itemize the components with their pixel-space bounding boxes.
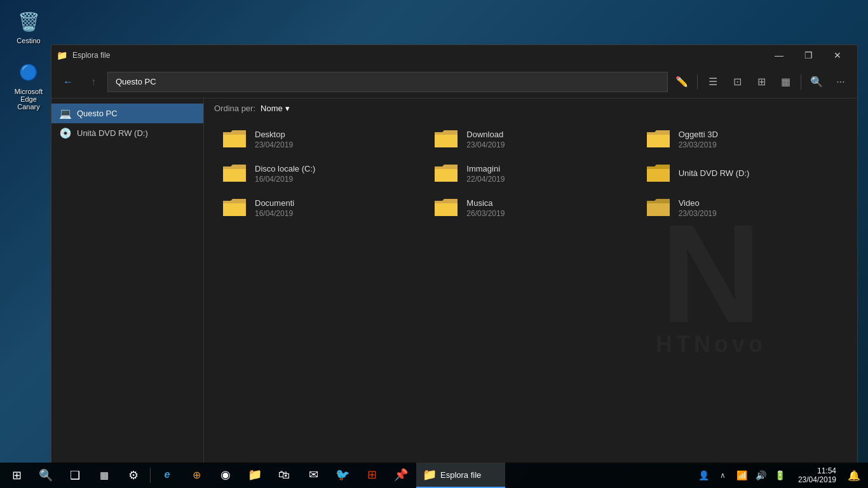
file-grid: Desktop 23/04/2019 Dow (204, 118, 857, 229)
folder-icon-video (646, 197, 671, 219)
file-info-video: Video 23/03/2019 (679, 198, 839, 218)
close-button[interactable]: ✕ (823, 45, 852, 65)
taskbar: ⊞ 🔍 ❑ ▦ ⚙ e ⊕ ◉ 📁 🛍 ✉ 🐦 ⊞ 📌 📁 Esplora fi… (0, 463, 868, 488)
tray-icon-user[interactable]: 👤 (695, 466, 713, 484)
address-text: Questo PC (116, 77, 156, 86)
taskbar-app-office[interactable]: ⊞ (358, 463, 386, 488)
sidebar: 💻 Questo PC 💿 Unità DVD RW (D:) (51, 98, 204, 463)
file-item-oggetti3d[interactable]: Oggetti 3D 23/03/2019 (638, 123, 847, 155)
tray-icon-volume[interactable]: 🔊 (752, 466, 770, 484)
folder-icon-dvd (646, 163, 671, 184)
main-content: 💻 Questo PC 💿 Unità DVD RW (D:) N HTNovo… (51, 98, 857, 463)
taskbar-app-sticky[interactable]: 📌 (387, 463, 415, 488)
taskbar-app-twitter[interactable]: 🐦 (329, 463, 356, 488)
settings-button[interactable]: ⚙ (119, 463, 147, 488)
folder-icon-desktop (222, 128, 247, 150)
address-bar[interactable]: Questo PC (107, 72, 668, 92)
file-info-disco: Disco locale (C:) 16/04/2019 (255, 164, 416, 184)
folder-icon-immagini (433, 163, 459, 184)
toolbar-actions: ✏️ ☰ ⊡ ⊞ ▦ 🔍 ··· (670, 71, 852, 93)
cestino-label: Cestino (17, 37, 40, 44)
file-info-download: Download 23/04/2019 (466, 130, 627, 149)
file-name-oggetti3d: Oggetti 3D (679, 130, 839, 139)
notification-button[interactable]: 🔔 (843, 464, 865, 487)
taskbar-clock[interactable]: 11:54 23/04/2019 (793, 466, 841, 484)
taskbar-app-explorer-pinned[interactable]: 📁 (241, 463, 269, 488)
desktop: 🗑️ Cestino 🔵 Microsoft Edge Canary 📁 Esp… (0, 0, 868, 488)
sidebar-item-dvd-drive[interactable]: 💿 Unità DVD RW (D:) (51, 123, 203, 143)
folder-icon-documenti (222, 197, 247, 219)
back-button[interactable]: ← (57, 71, 79, 93)
taskbar-app-store[interactable]: 🛍 (270, 463, 298, 488)
file-item-download[interactable]: Download 23/04/2019 (426, 123, 635, 155)
sort-label: Ordina per: (214, 104, 255, 113)
folder-icon-disco (222, 163, 247, 184)
file-item-musica[interactable]: Musica 26/03/2019 (426, 192, 635, 224)
file-date-immagini: 22/04/2019 (466, 175, 627, 184)
grid-view-button[interactable]: ▦ (774, 71, 797, 93)
file-info-documenti: Documenti 16/04/2019 (255, 198, 416, 218)
start-button[interactable]: ⊞ (3, 463, 31, 488)
more-button[interactable]: ··· (829, 71, 852, 93)
window-title: Esplora file (67, 51, 764, 60)
file-info-dvd: Unità DVD RW (D:) (679, 168, 839, 179)
taskbar-app-explorer-active[interactable]: 📁 Esplora file (416, 463, 505, 488)
minimize-button[interactable]: — (764, 45, 794, 65)
cestino-icon: 🗑️ (16, 9, 41, 34)
toolbar-separator-2 (801, 74, 801, 90)
clock-date: 23/04/2019 (798, 475, 836, 484)
folder-icon-oggetti3d (646, 128, 671, 150)
file-name-immagini: Immagini (466, 164, 627, 173)
file-info-oggetti3d: Oggetti 3D 23/03/2019 (679, 130, 839, 149)
taskbar-app-chrome[interactable]: ◉ (212, 463, 240, 488)
file-item-immagini[interactable]: Immagini 22/04/2019 (426, 158, 635, 189)
clock-time: 11:54 (817, 466, 836, 475)
taskbar-tray: 👤 ∧ 📶 🔊 🔋 (693, 466, 792, 484)
desktop-icon-edge-canary[interactable]: 🔵 Microsoft Edge Canary (6, 57, 51, 113)
file-date-oggetti3d: 23/03/2019 (679, 140, 839, 149)
file-info-desktop: Desktop 23/04/2019 (255, 130, 416, 149)
folder-icon-musica (433, 197, 459, 219)
task-view-button[interactable]: ❑ (61, 463, 89, 488)
sidebar-item-questo-pc[interactable]: 💻 Questo PC (51, 104, 203, 123)
sort-value[interactable]: Nome ▾ (261, 104, 290, 113)
sort-bar: Ordina per: Nome ▾ (204, 98, 857, 118)
search-button[interactable]: 🔍 (805, 71, 828, 93)
file-item-dvd[interactable]: Unità DVD RW (D:) (638, 158, 847, 189)
share-button[interactable]: ⊞ (750, 71, 773, 93)
maximize-button[interactable]: ❐ (794, 45, 823, 65)
file-name-download: Download (466, 130, 627, 139)
widgets-button[interactable]: ▦ (90, 463, 118, 488)
desktop-icon-cestino[interactable]: 🗑️ Cestino (6, 6, 51, 47)
active-app-icon: 📁 (423, 468, 437, 482)
taskbar-app-edge-canary[interactable]: ⊕ (182, 463, 210, 488)
properties-button[interactable]: ⊡ (726, 71, 749, 93)
search-button-taskbar[interactable]: 🔍 (32, 463, 60, 488)
tray-icon-chevron[interactable]: ∧ (714, 466, 732, 484)
up-button[interactable]: ↑ (82, 71, 105, 93)
file-item-desktop[interactable]: Desktop 23/04/2019 (214, 123, 423, 155)
file-name-documenti: Documenti (255, 198, 416, 208)
file-item-video[interactable]: Video 23/03/2019 (638, 192, 847, 224)
taskbar-app-edge[interactable]: e (153, 463, 181, 488)
active-app-label: Esplora file (440, 470, 481, 480)
list-view-button[interactable]: ☰ (702, 71, 724, 93)
taskbar-separator (150, 468, 151, 483)
file-item-documenti[interactable]: Documenti 16/04/2019 (214, 192, 423, 224)
file-name-disco: Disco locale (C:) (255, 164, 416, 173)
file-info-immagini: Immagini 22/04/2019 (466, 164, 627, 184)
file-date-musica: 26/03/2019 (466, 209, 627, 218)
file-date-desktop: 23/04/2019 (255, 140, 416, 149)
tray-icon-battery[interactable]: 🔋 (771, 466, 789, 484)
file-date-documenti: 16/04/2019 (255, 209, 416, 218)
taskbar-app-mail[interactable]: ✉ (299, 463, 327, 488)
rename-button[interactable]: ✏️ (670, 71, 693, 93)
file-info-musica: Musica 26/03/2019 (466, 198, 627, 218)
dvd-icon: 💿 (59, 127, 72, 139)
file-item-disco-locale[interactable]: Disco locale (C:) 16/04/2019 (214, 158, 423, 189)
file-date-video: 23/03/2019 (679, 209, 839, 218)
edge-canary-label: Microsoft Edge Canary (9, 88, 48, 111)
tray-icon-network[interactable]: 📶 (733, 466, 751, 484)
title-bar: 📁 Esplora file — ❐ ✕ (51, 45, 857, 65)
file-date-download: 23/04/2019 (466, 140, 627, 149)
